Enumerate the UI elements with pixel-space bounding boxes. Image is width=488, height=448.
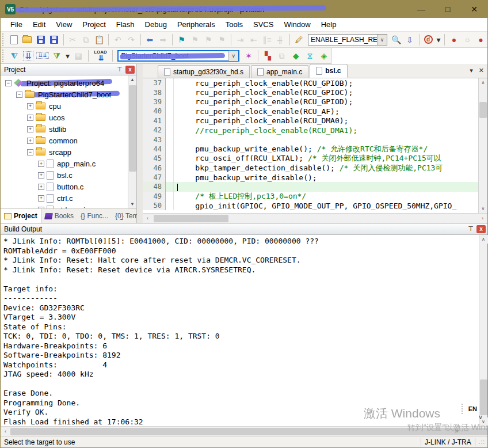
- chevron-down-icon[interactable]: ∨: [478, 413, 483, 421]
- tab-list-dropdown-icon[interactable]: ▾: [470, 67, 473, 74]
- editor-tab-bsl-c[interactable]: bsl.c: [310, 64, 347, 78]
- code-line-49[interactable]: 49 /* 板上LED控制,pc13,0=on*/: [143, 192, 478, 201]
- uncomment-icon[interactable]: ∥̶: [274, 33, 287, 47]
- expander-icon[interactable]: +: [27, 115, 33, 121]
- code-line-41[interactable]: 41 rcu_periph_clock_enable(RCU_DMA0);: [143, 116, 478, 126]
- close-panel-icon[interactable]: x: [476, 225, 486, 233]
- scroll-up-icon[interactable]: ∧: [479, 78, 487, 87]
- menu-svcs[interactable]: SVCS: [248, 19, 279, 30]
- code-line-38[interactable]: 38 rcu_periph_clock_enable(RCU_GPIOC);: [143, 88, 478, 97]
- window-layout-icon[interactable]: ⧉: [276, 49, 288, 63]
- tree-item-ucos[interactable]: +ucos: [3, 112, 128, 123]
- editor-horizontal-scrollbar[interactable]: ‹ ›: [143, 213, 487, 223]
- dropdown-arrow-icon[interactable]: ▾: [436, 33, 442, 47]
- editor-vertical-scrollbar[interactable]: ∧ ∨: [478, 78, 487, 213]
- insert-breakpoint-icon[interactable]: ●: [448, 33, 460, 47]
- rebuild-icon[interactable]: ⇊⇊: [36, 49, 49, 63]
- find-in-files-icon[interactable]: 🔍: [390, 33, 402, 47]
- build-output-vertical-scrollbar[interactable]: ∧ ∨: [479, 235, 487, 426]
- code-line-50[interactable]: 50 gpio_init(GPIOC, GPIO_MODE_OUT_PP, GP…: [143, 201, 478, 210]
- debug-session-icon[interactable]: d: [422, 33, 434, 47]
- menu-peripherals[interactable]: Peripherals: [172, 19, 220, 30]
- clear-bookmarks-icon[interactable]: ⚑: [216, 33, 228, 47]
- stop-build-icon[interactable]: ▦: [72, 49, 85, 63]
- close-button[interactable]: ✕: [461, 1, 487, 18]
- vertical-splitter[interactable]: [137, 64, 143, 223]
- tree-item-project-pigstarterpro64[interactable]: −Project: pigstarterpro64: [3, 77, 128, 89]
- copy-icon[interactable]: ⧉: [80, 33, 92, 47]
- expander-icon[interactable]: +: [27, 126, 33, 132]
- panel-tab-func[interactable]: {} Func...: [77, 209, 112, 223]
- close-panel-icon[interactable]: x: [125, 66, 135, 74]
- scroll-left-icon[interactable]: ‹: [1, 427, 10, 436]
- expander-icon[interactable]: +: [38, 172, 44, 179]
- tree-item-pigstarterchild7-boot[interactable]: −PigStarterChild7_boot: [3, 89, 128, 100]
- prev-bookmark-icon[interactable]: ⚑: [189, 33, 201, 47]
- expander-icon[interactable]: −: [27, 149, 33, 155]
- batch-build-arrow-icon[interactable]: ▾: [64, 49, 71, 63]
- chevron-down-icon[interactable]: ∨: [228, 51, 238, 61]
- code-editor[interactable]: 37 rcu_periph_clock_enable(RCU_GPIOB);38…: [143, 78, 478, 213]
- translate-icon[interactable]: ⧨: [8, 49, 21, 63]
- scroll-up-icon[interactable]: ▲: [128, 75, 137, 84]
- code-line-40[interactable]: 40 rcu_periph_clock_enable(RCU_AF);: [143, 107, 478, 116]
- unindent-icon[interactable]: ⇤: [247, 33, 260, 47]
- toolbar-drag-handle[interactable]: [2, 50, 6, 62]
- code-line-43[interactable]: 43: [143, 135, 478, 144]
- target-combo[interactable]: PigStarterChild7_boot∨: [117, 50, 239, 62]
- menu-window[interactable]: Window: [279, 19, 315, 30]
- configure-flags-icon[interactable]: 🖉: [293, 33, 305, 47]
- build-icon[interactable]: ⇊: [22, 49, 35, 63]
- funnel-icon[interactable]: ⧖: [303, 49, 316, 63]
- scroll-down-icon[interactable]: ▼: [128, 200, 137, 208]
- paste-icon[interactable]: 📋: [93, 33, 105, 47]
- flag-combo[interactable]: ENABLE_FLASH_READOUT∨: [308, 34, 387, 45]
- expander-icon[interactable]: +: [27, 103, 33, 109]
- minimize-button[interactable]: —: [408, 1, 434, 18]
- manage-rte-icon[interactable]: ▚: [261, 49, 274, 63]
- tree-item-button-c[interactable]: +button.c: [3, 181, 128, 192]
- download-flash-button[interactable]: LOAD⇊: [91, 49, 109, 63]
- scroll-up-icon[interactable]: ∧: [479, 235, 488, 244]
- tree-item-common[interactable]: +common: [3, 135, 128, 146]
- maximize-button[interactable]: □: [434, 1, 461, 18]
- chevron-down-icon[interactable]: ∨: [377, 35, 387, 45]
- tree-item-ctrl-c[interactable]: +ctrl.c: [3, 192, 128, 204]
- navigate-forward-icon[interactable]: ➡: [157, 33, 169, 47]
- bookmark-icon[interactable]: ⚑: [176, 33, 188, 47]
- build-output-text[interactable]: * JLink Info: ROMTbl[0][5]: E0041000, CI…: [1, 235, 479, 426]
- menu-project[interactable]: Project: [77, 19, 110, 30]
- build-output-horizontal-scrollbar[interactable]: ‹: [1, 426, 487, 436]
- editor-tab-startup-gd32f30x-hd-s[interactable]: startup_gd32f30x_hd.s: [158, 65, 250, 78]
- panel-tab-books[interactable]: Books: [41, 209, 77, 223]
- code-line-37[interactable]: 37 rcu_periph_clock_enable(RCU_GPIOB);: [143, 78, 478, 88]
- redo-icon[interactable]: ↷: [125, 33, 137, 47]
- tree-item-cpu[interactable]: +cpu: [3, 100, 128, 112]
- target-options-icon[interactable]: ✶: [242, 49, 255, 63]
- panel-tab-project[interactable]: Project: [1, 209, 41, 223]
- comment-icon[interactable]: ∥≡: [261, 33, 273, 47]
- expander-icon[interactable]: −: [16, 92, 22, 98]
- green-diamond-icon[interactable]: ◆: [289, 49, 302, 63]
- expander-icon[interactable]: +: [38, 161, 44, 167]
- scroll-left-icon[interactable]: ‹: [143, 214, 152, 223]
- pin-icon[interactable]: ⊤: [467, 225, 475, 233]
- menu-help[interactable]: Help: [316, 19, 342, 30]
- scroll-right-icon[interactable]: ›: [478, 214, 487, 223]
- navigate-back-icon[interactable]: ⬅: [144, 33, 156, 47]
- tree-item-bsl-c[interactable]: +bsl.c: [3, 169, 128, 181]
- menu-edit[interactable]: Edit: [28, 19, 51, 30]
- resize-grip[interactable]: .::: [479, 439, 486, 445]
- enable-breakpoint-icon[interactable]: ○: [462, 33, 474, 47]
- cut-icon[interactable]: ✂: [66, 33, 78, 47]
- batch-build-icon[interactable]: ⧩: [51, 49, 63, 63]
- language-indicator[interactable]: EN: [462, 404, 477, 414]
- close-document-icon[interactable]: ✕: [479, 67, 484, 74]
- disable-breakpoints-icon[interactable]: ●: [475, 33, 487, 47]
- search-next-icon[interactable]: ⇩: [403, 33, 415, 47]
- expander-icon[interactable]: +: [38, 207, 44, 209]
- code-line-46[interactable]: 46 bkp_tamper_detection_disable(); /* 关闭…: [143, 164, 478, 173]
- code-line-42[interactable]: 42 //rcu_periph_clock_enable(RCU_DMA1);: [143, 126, 478, 135]
- menu-flash[interactable]: Flash: [111, 19, 140, 30]
- code-line-48[interactable]: 48: [143, 182, 478, 191]
